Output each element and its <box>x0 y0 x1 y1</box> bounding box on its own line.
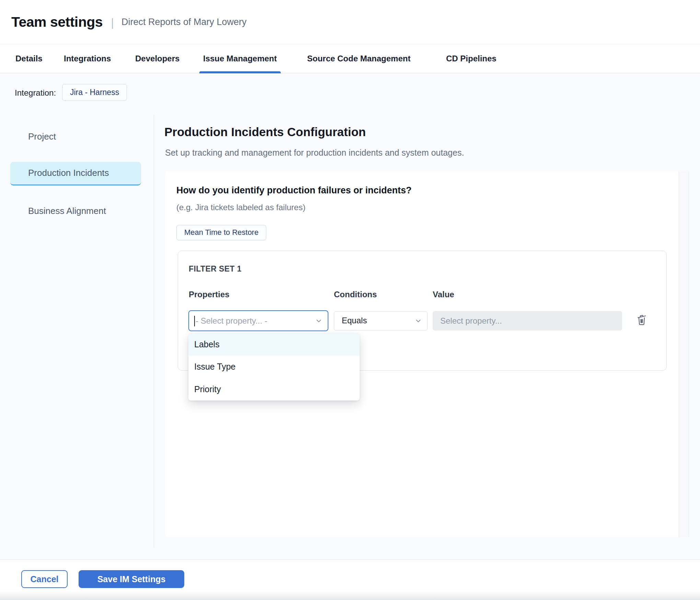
tab-developers[interactable]: Developers <box>135 44 179 73</box>
section-title: Production Incidents Configuration <box>164 125 366 139</box>
question-hint: (e.g. Jira tickets labeled as failures) <box>176 203 305 212</box>
property-select[interactable]: - Select property... - <box>188 310 328 331</box>
sidebar-item-label: Production Incidents <box>28 162 109 184</box>
panel-scrollbar[interactable] <box>679 171 689 537</box>
integration-label: Integration: <box>15 88 56 98</box>
cancel-button[interactable]: Cancel <box>21 570 68 588</box>
filter-set-title: FILTER SET 1 <box>189 264 242 274</box>
team-name-subtitle: Direct Reports of Mary Lowery <box>121 17 247 27</box>
sidebar-item-production-incidents[interactable]: Production Incidents <box>10 162 141 185</box>
tab-integrations[interactable]: Integrations <box>64 44 111 73</box>
page-title: Team settings <box>11 14 103 30</box>
footer-action-bar: Cancel Save IM Settings <box>0 560 700 600</box>
sidebar-divider <box>154 115 154 548</box>
tab-issue-management[interactable]: Issue Management <box>203 44 277 73</box>
tab-details[interactable]: Details <box>15 44 43 73</box>
dropdown-option-labels[interactable]: Labels <box>188 333 360 356</box>
conditions-column-label: Conditions <box>334 290 377 299</box>
dropdown-option-priority[interactable]: Priority <box>188 378 360 400</box>
sidebar-item-business-alignment[interactable]: Business Alignment <box>28 206 106 216</box>
property-select-placeholder: - Select property... - <box>196 311 267 331</box>
delete-filter-row-button[interactable] <box>635 313 649 328</box>
chevron-down-icon <box>415 317 422 325</box>
sidebar-item-project[interactable]: Project <box>28 131 56 142</box>
page-header: Team settings | Direct Reports of Mary L… <box>0 0 700 44</box>
condition-select[interactable]: Equals <box>334 311 428 331</box>
text-caret <box>194 316 195 326</box>
dropdown-option-issue-type[interactable]: Issue Type <box>188 356 360 378</box>
mean-time-to-restore-chip[interactable]: Mean Time to Restore <box>176 225 266 240</box>
save-im-settings-button[interactable]: Save IM Settings <box>79 570 184 588</box>
footer-fade <box>0 591 700 600</box>
tab-cd-pipelines[interactable]: CD Pipelines <box>446 44 497 73</box>
properties-column-label: Properties <box>189 290 230 299</box>
title-separator: | <box>111 16 114 29</box>
question-heading: How do you identify production failures … <box>176 185 412 196</box>
condition-select-value: Equals <box>342 312 367 329</box>
value-input[interactable] <box>433 311 622 331</box>
chevron-down-icon <box>315 317 323 325</box>
trash-icon <box>635 313 648 327</box>
value-column-label: Value <box>433 290 454 299</box>
property-dropdown-menu: Labels Issue Type Priority <box>188 333 360 400</box>
integration-badge[interactable]: Jira - Harness <box>62 84 127 101</box>
section-subtitle: Set up tracking and management for produ… <box>165 148 464 158</box>
tab-source-code-management[interactable]: Source Code Management <box>307 44 410 73</box>
settings-tab-bar: Details Integrations Developers Issue Ma… <box>0 44 700 73</box>
